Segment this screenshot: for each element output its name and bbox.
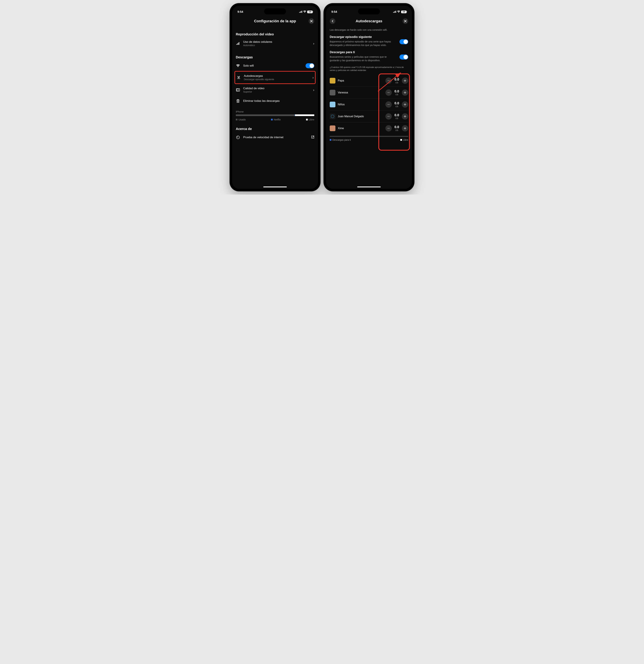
gb-unit: GB	[393, 105, 400, 108]
page-title: Autodescargas	[356, 19, 382, 23]
profile-list: Papa 0.0 GB Vanessa 0.0 GB Niños	[330, 75, 408, 134]
gb-unit: GB	[393, 129, 400, 131]
external-link-icon	[311, 136, 314, 139]
cellular-label: Uso de datos celulares	[243, 40, 310, 44]
video-quality-sublabel: Superior	[243, 90, 310, 93]
legend-netflix: Netflix	[274, 118, 281, 121]
plus-button[interactable]	[402, 125, 408, 131]
plus-button[interactable]	[402, 89, 408, 96]
phone-left: 9:54 100 Configuración de la app Reprodu…	[230, 3, 320, 191]
next-episode-desc: Bajaremos el próximo episodio de una ser…	[330, 40, 397, 47]
back-button[interactable]	[330, 18, 335, 24]
legend-free: Libre	[403, 139, 408, 141]
profile-name: Papa	[338, 79, 386, 82]
wifi-only-label: Solo wifi	[243, 64, 303, 67]
dynamic-island	[264, 8, 286, 15]
gb-unit: GB	[393, 94, 400, 96]
gb-value: 0.0	[393, 101, 400, 105]
page-title: Configuración de la app	[254, 19, 296, 23]
avatar	[330, 113, 335, 119]
section-video-playback: Reproducción del video	[236, 33, 314, 36]
plus-button[interactable]	[402, 78, 408, 84]
bottom-legend: Descargas para ti Libre	[330, 139, 408, 141]
gauge-icon	[236, 136, 240, 139]
profile-row: Xime 0.0 GB	[330, 122, 408, 134]
avatar	[330, 90, 335, 96]
dynamic-island	[358, 8, 380, 15]
header: Configuración de la app	[232, 15, 318, 26]
profile-name: Juan Manuel Delgado	[338, 115, 386, 118]
next-episode-toggle[interactable]	[399, 39, 408, 44]
profile-name: Xime	[338, 127, 386, 130]
cellular-bars-icon	[236, 42, 240, 45]
legend-downloads-for-you: Descargas para ti	[332, 139, 351, 141]
plus-button[interactable]	[402, 113, 408, 120]
next-episode-title: Descargar episodio siguiente	[330, 35, 397, 39]
header: Autodescargas	[326, 15, 412, 26]
gb-stepper: 0.0 GB	[386, 101, 408, 108]
gb-value: 0.0	[393, 113, 400, 117]
gb-stepper: 0.0 GB	[386, 125, 408, 131]
profile-name: Niños	[338, 103, 386, 106]
gb-unit: GB	[393, 117, 400, 120]
clock: 9:54	[237, 10, 243, 14]
profile-name: Vanessa	[338, 91, 386, 94]
clock: 9:54	[331, 10, 337, 14]
cellular-signal-icon	[393, 10, 396, 14]
svg-rect-6	[238, 43, 238, 45]
screen-right: 9:54 100 Autodescargas Las descargas se …	[326, 6, 412, 189]
wifi-icon	[303, 10, 306, 14]
svg-rect-11	[393, 12, 394, 13]
home-indicator[interactable]	[357, 187, 381, 187]
minus-button[interactable]	[386, 113, 392, 120]
video-quality-icon	[236, 88, 240, 91]
gb-unit: GB	[393, 82, 400, 84]
storage-bar-bottom	[330, 136, 408, 137]
home-indicator[interactable]	[263, 187, 287, 187]
chevron-right-icon: ›	[313, 88, 314, 92]
cellular-data-row[interactable]: Uso de datos celulares Automático ›	[236, 38, 314, 49]
trash-icon	[236, 99, 240, 103]
chevron-right-icon: ›	[312, 76, 314, 80]
minus-button[interactable]	[386, 78, 392, 84]
delete-all-row[interactable]: Eliminar todas las descargas	[236, 96, 314, 106]
profile-row: Juan Manuel Delgado 0.0 GB	[330, 110, 408, 122]
section-downloads: Descargas	[236, 55, 314, 59]
chevron-right-icon: ›	[313, 42, 314, 45]
minus-button[interactable]	[386, 89, 392, 96]
avatar	[330, 102, 335, 107]
downloads-for-you-block: Descargas para ti Buscaremos series y pe…	[330, 50, 408, 62]
plus-button[interactable]	[402, 101, 408, 108]
gb-stepper: 0.0 GB	[386, 113, 408, 120]
profile-row: Vanessa 0.0 GB	[330, 87, 408, 99]
minus-button[interactable]	[386, 125, 392, 131]
gb-value: 0.0	[393, 78, 400, 81]
avatar	[330, 125, 335, 131]
storage-bar	[236, 115, 314, 116]
downloads-for-you-toggle[interactable]	[399, 55, 408, 60]
downloads-for-you-desc: Buscaremos series y películas que creemo…	[330, 55, 397, 62]
storage-device-label: iPhone	[236, 110, 314, 113]
cellular-sublabel: Automático	[243, 44, 310, 47]
wifi-only-toggle[interactable]	[306, 63, 314, 68]
video-quality-row[interactable]: Calidad de video Superior ›	[236, 84, 314, 96]
svg-rect-4	[236, 44, 237, 45]
svg-rect-1	[300, 12, 300, 13]
legend-used: Usado	[238, 118, 246, 121]
download-stack-icon	[236, 76, 241, 79]
autodownloads-row[interactable]: Autodescargas Descargar episodio siguien…	[236, 71, 314, 83]
gb-value: 0.0	[393, 89, 400, 93]
svg-rect-5	[237, 43, 237, 45]
gb-hint: ¿Cuántos GB quieres usar? 0.25 GB equiva…	[330, 66, 408, 72]
close-button[interactable]	[402, 18, 408, 24]
storage-legend: Usado Netflix Libre	[236, 118, 314, 121]
svg-rect-12	[394, 12, 394, 13]
section-about: Acerca de	[236, 127, 314, 131]
close-button[interactable]	[309, 18, 314, 24]
speed-test-row[interactable]: Prueba de velocidad de internet	[236, 132, 314, 143]
minus-button[interactable]	[386, 101, 392, 108]
cellular-signal-icon	[299, 10, 302, 14]
battery-icon: 100	[307, 11, 313, 13]
svg-rect-3	[302, 11, 302, 13]
delete-all-label: Eliminar todas las descargas	[243, 99, 314, 103]
